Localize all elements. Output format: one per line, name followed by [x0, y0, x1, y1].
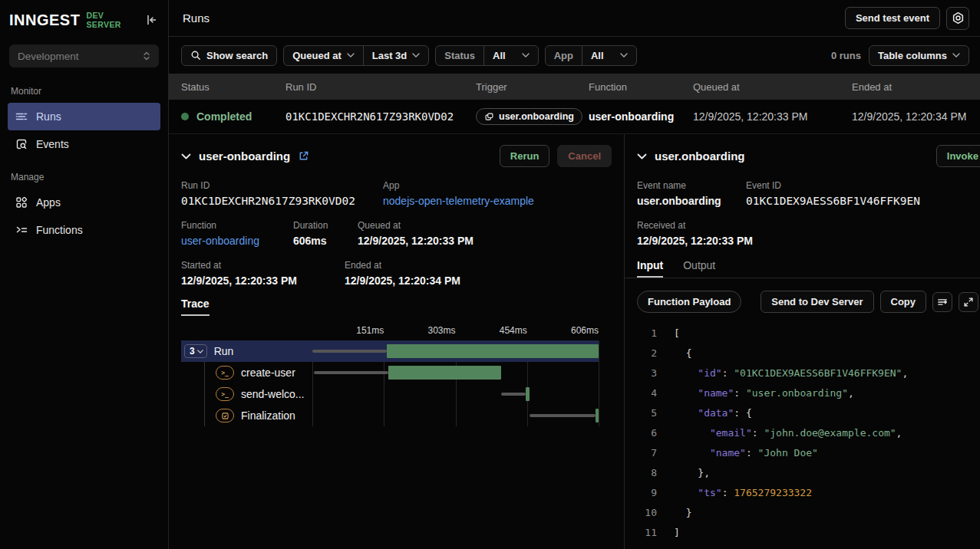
code-line: 3 "id": "01KC1DEX9AESS6BF1V46FFK9EN",	[637, 363, 968, 383]
finalization-icon	[216, 409, 234, 422]
code-line: 4 "name": "user.onboarding",	[637, 383, 968, 403]
trace-row-finalization[interactable]: Finalization	[181, 405, 599, 426]
app-root: INNGEST DEV SERVER Development Monitor	[0, 0, 980, 549]
queued-at-dropdown[interactable]: Queued at	[284, 46, 363, 65]
app-filter-dropdown[interactable]: All	[582, 46, 636, 65]
table-columns-label: Table columns	[878, 50, 947, 61]
step-count-badge[interactable]: 3	[184, 344, 207, 358]
tab-output[interactable]: Output	[683, 259, 715, 278]
axis-tick-label: 606ms	[571, 325, 599, 336]
queued-at-label: Queued at	[358, 220, 474, 231]
function-link[interactable]: user-onboarding	[181, 235, 293, 247]
started-at-value: 12/9/2025, 12:20:33 PM	[181, 274, 345, 287]
sidebar: INNGEST DEV SERVER Development Monitor	[0, 0, 169, 549]
app-filter-value: All	[591, 50, 604, 61]
runs-table-header: Status Run ID Trigger Function Queued at…	[169, 74, 980, 100]
table-columns-dropdown[interactable]: Table columns	[869, 45, 969, 66]
top-bar: Runs Send test event	[169, 0, 980, 37]
show-search-button[interactable]: Show search	[181, 45, 277, 66]
chevron-down-icon	[347, 53, 355, 58]
received-at-label: Received at	[637, 220, 753, 231]
run-id-label: Run ID	[181, 180, 383, 191]
main-area: Runs Send test event	[169, 0, 980, 549]
event-icon	[484, 112, 494, 122]
event-name-value: user.onboarding	[637, 195, 746, 207]
sidebar-item-label: Functions	[36, 224, 83, 236]
col-queued-at: Queued at	[693, 81, 852, 93]
queued-at-value: 12/9/2025, 12:20:33 PM	[358, 235, 474, 247]
cancel-button[interactable]: Cancel	[557, 145, 612, 167]
trace-span-bar[interactable]	[596, 409, 599, 422]
external-link-icon[interactable]	[298, 150, 309, 162]
payload-code-editor[interactable]: 1[2 {3 "id": "01KC1DEX9AESS6BF1V46FFK9EN…	[637, 324, 968, 538]
environment-select[interactable]: Development	[9, 44, 159, 67]
trace-row-create-user[interactable]: >_create-user	[181, 362, 599, 383]
code-line: 10 }	[637, 503, 968, 523]
sidebar-item-label: Apps	[36, 196, 61, 209]
status-filter-label: Status	[436, 46, 483, 65]
line-number: 2	[637, 344, 657, 363]
axis-tick-label: 151ms	[356, 325, 384, 336]
updown-chevron-icon	[143, 51, 150, 61]
runs-count: 0 runs	[831, 50, 861, 61]
trace-span-bar[interactable]	[387, 344, 599, 358]
event-id-value: 01KC1DEX9AESS6BF1V46FFK9EN	[746, 195, 920, 207]
trace-span-bar[interactable]	[388, 366, 501, 380]
chevron-down-icon	[522, 53, 530, 58]
duration-value: 606ms	[293, 235, 358, 247]
time-range-dropdown[interactable]: Last 3d	[363, 46, 429, 65]
trigger-badge[interactable]: user.onboarding	[476, 108, 582, 125]
expand-icon	[963, 297, 974, 307]
time-filter: Queued at Last 3d	[283, 45, 429, 66]
sidebar-item-events[interactable]: Events	[8, 130, 160, 158]
line-number: 11	[637, 523, 657, 538]
status-badge: Completed	[196, 110, 252, 123]
function-payload-button[interactable]: Function Payload	[637, 291, 741, 313]
collapse-run-chevron-icon[interactable]	[181, 153, 191, 159]
tab-input[interactable]: Input	[637, 259, 663, 278]
code-line: 1[	[637, 324, 968, 344]
inngest-logo: INNGEST	[9, 12, 80, 29]
invoke-button[interactable]: Invoke	[936, 145, 980, 167]
word-wrap-button[interactable]	[932, 292, 952, 312]
status-filter-dropdown[interactable]: All	[483, 46, 538, 65]
trace-wait-line	[314, 371, 388, 374]
app-link[interactable]: nodejs-open-telemetry-example	[383, 195, 534, 207]
trace-span-bar[interactable]	[526, 387, 530, 401]
show-search-label: Show search	[206, 50, 268, 61]
send-test-event-button[interactable]: Send test event	[845, 7, 940, 29]
sidebar-item-runs[interactable]: Runs	[8, 103, 160, 130]
expand-button[interactable]	[959, 292, 978, 312]
trace-row-run[interactable]: 3Run	[181, 340, 599, 362]
sidebar-item-apps[interactable]: Apps	[8, 189, 160, 216]
sidebar-item-label: Events	[36, 138, 69, 150]
send-to-dev-server-button[interactable]: Send to Dev Server	[761, 291, 873, 313]
duration-label: Duration	[293, 220, 358, 231]
ended-at-label: Ended at	[345, 260, 460, 271]
sidebar-section-manage: Manage	[0, 158, 168, 189]
rerun-button[interactable]: Rerun	[500, 145, 550, 167]
line-number: 6	[637, 423, 657, 443]
line-number: 5	[637, 403, 657, 423]
settings-button[interactable]	[946, 7, 969, 30]
run-id-value: 01KC1DEXCHR2N617Z93RK0VD02	[285, 110, 476, 123]
trace-wait-line	[501, 393, 526, 396]
apps-icon	[15, 196, 28, 209]
code-line: 5 "data": {	[637, 403, 968, 423]
collapse-event-chevron-icon[interactable]	[637, 153, 647, 159]
col-function: Function	[589, 81, 693, 93]
event-detail-panel: user.onboarding Invoke Event name user.o…	[624, 134, 980, 549]
event-title: user.onboarding	[655, 150, 745, 163]
trace-timeline: 151ms303ms454ms606ms 3Run>_create-user>_…	[181, 325, 612, 426]
collapse-sidebar-icon[interactable]	[144, 12, 159, 28]
terminal-icon: >_	[216, 387, 234, 401]
table-row[interactable]: Completed 01KC1DEXCHR2N617Z93RK0VD02 use…	[169, 100, 980, 134]
trace-tree-guide	[204, 362, 205, 426]
sidebar-item-functions[interactable]: Functions	[8, 216, 160, 244]
line-number: 4	[637, 383, 657, 403]
copy-button[interactable]: Copy	[880, 291, 927, 313]
event-name-label: Event name	[637, 180, 746, 191]
trace-row-send-welco-[interactable]: >_send-welco...	[181, 383, 599, 405]
app-filter-label: App	[546, 46, 582, 65]
tab-trace[interactable]: Trace	[181, 298, 210, 316]
